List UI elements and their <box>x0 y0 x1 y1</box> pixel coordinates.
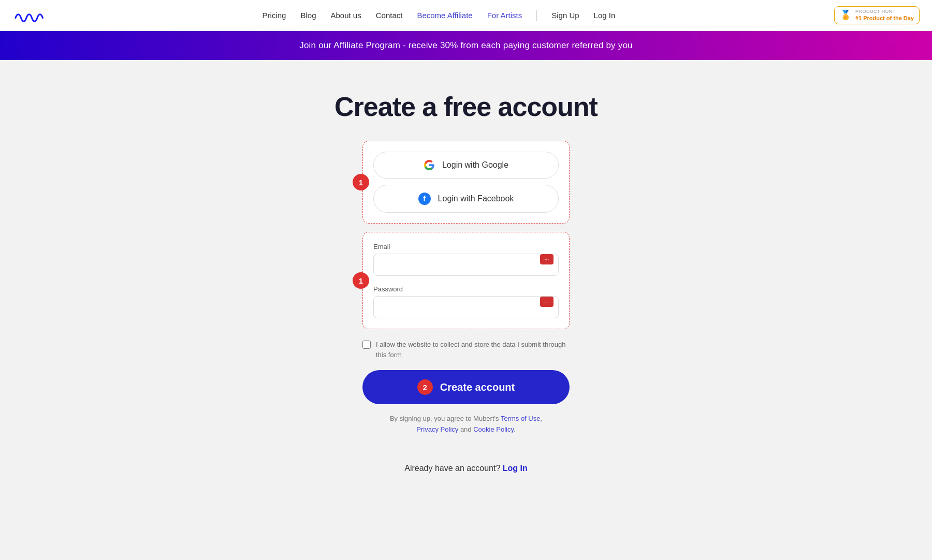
nav-login[interactable]: Log In <box>594 11 616 20</box>
nav-divider <box>536 10 537 21</box>
nav-blog[interactable]: Blog <box>300 11 316 20</box>
ph-text-block: PRODUCT HUNT #1 Product of the Day <box>855 9 914 22</box>
ph-label: PRODUCT HUNT <box>855 9 914 15</box>
password-label: Password <box>373 285 559 293</box>
google-btn-label: Login with Google <box>442 160 508 170</box>
social-section: 1 Login with Google f Login with Faceboo… <box>362 141 570 224</box>
nav-pricing[interactable]: Pricing <box>263 11 286 20</box>
signup-form: 1 Login with Google f Login with Faceboo… <box>362 141 570 473</box>
consent-row: I allow the website to collect and store… <box>362 340 570 360</box>
navbar: Pricing Blog About us Contact Become Aff… <box>0 0 932 31</box>
affiliate-banner[interactable]: Join our Affiliate Program - receive 30%… <box>0 31 932 60</box>
facebook-btn-label: Login with Facebook <box>438 194 514 203</box>
email-icon: ··· <box>540 254 554 264</box>
password-field-wrapper: Password ··· <box>373 285 559 318</box>
nav-become-affiliate[interactable]: Become Affiliate <box>417 11 472 20</box>
banner-text: Join our Affiliate Program - receive 30%… <box>299 40 633 50</box>
create-btn-badge: 2 <box>417 379 433 395</box>
consent-label: I allow the website to collect and store… <box>376 340 570 360</box>
email-field-wrapper: Email ··· <box>373 243 559 276</box>
password-input[interactable] <box>373 296 559 318</box>
step1-badge: 1 <box>353 174 369 190</box>
credentials-section: 1 Email ··· Password ··· <box>362 232 570 329</box>
divider <box>362 451 570 451</box>
nav-about[interactable]: About us <box>330 11 361 20</box>
terms-text: By signing up, you agree to Mubert's Ter… <box>362 414 570 435</box>
email-label: Email <box>373 243 559 250</box>
facebook-login-button[interactable]: f Login with Facebook <box>373 185 559 213</box>
login-link[interactable]: Log In <box>503 464 528 473</box>
already-account-text: Already have an account? Log In <box>362 464 570 473</box>
medal-icon: 🏅 <box>840 9 851 21</box>
nav-signup[interactable]: Sign Up <box>551 11 579 20</box>
logo[interactable] <box>12 8 43 23</box>
create-btn-label: Create account <box>440 381 515 393</box>
email-input[interactable] <box>373 254 559 276</box>
terms-of-use-link[interactable]: Terms of Use <box>501 415 541 422</box>
product-hunt-badge[interactable]: 🏅 PRODUCT HUNT #1 Product of the Day <box>834 6 920 25</box>
ph-title: #1 Product of the Day <box>855 14 914 22</box>
google-login-button[interactable]: Login with Google <box>373 152 559 179</box>
create-account-button[interactable]: 2 Create account <box>362 370 570 404</box>
page-title: Create a free account <box>334 91 598 122</box>
nav-for-artists[interactable]: For Artists <box>487 11 522 20</box>
password-icon: ··· <box>540 297 554 307</box>
main-content: Create a free account 1 Login with Googl… <box>0 60 932 514</box>
cookie-policy-link[interactable]: Cookie Policy <box>473 425 514 433</box>
google-icon <box>424 159 435 171</box>
consent-checkbox[interactable] <box>362 341 371 349</box>
facebook-icon: f <box>418 193 431 205</box>
privacy-policy-link[interactable]: Privacy Policy <box>416 425 458 433</box>
nav-contact[interactable]: Contact <box>376 11 403 20</box>
step2-badge: 1 <box>353 272 369 289</box>
nav-links: Pricing Blog About us Contact Become Aff… <box>263 10 616 21</box>
